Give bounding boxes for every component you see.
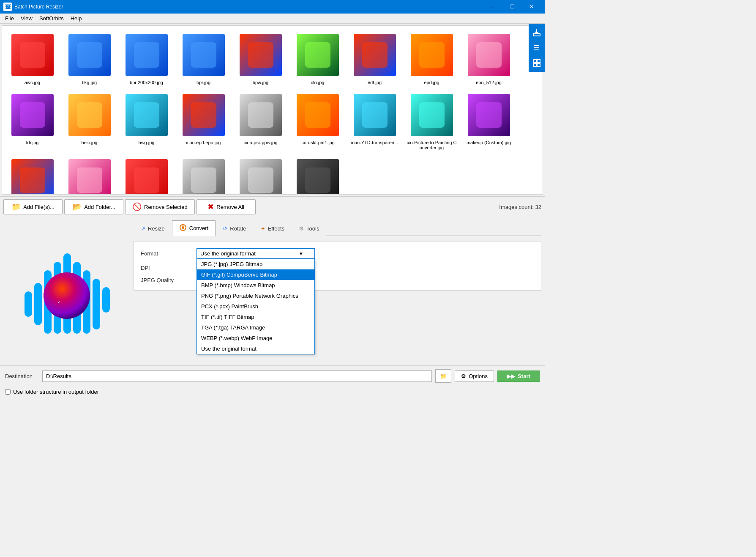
tab-convert[interactable]: Convert bbox=[172, 220, 216, 236]
format-option[interactable]: WEBP (*.webp) WebP Image bbox=[197, 333, 314, 343]
format-dropdown-trigger[interactable]: Use the original format ▾ bbox=[197, 248, 315, 259]
restore-button[interactable]: ❐ bbox=[502, 0, 522, 14]
list-item[interactable]: bpw.jpg bbox=[232, 27, 289, 88]
list-item[interactable]: makeup (Custom).jpg bbox=[460, 88, 517, 153]
list-item[interactable]: cln.jpg bbox=[289, 27, 346, 88]
list-item[interactable]: pdf.jpg bbox=[175, 153, 232, 195]
format-option[interactable]: BMP (*.bmp) Windows Bitmap bbox=[197, 280, 314, 291]
list-item[interactable]: bpr 200x200.jpg bbox=[118, 27, 175, 88]
format-option[interactable]: Use the original format bbox=[197, 343, 314, 354]
list-item[interactable]: awc.jpg bbox=[4, 27, 61, 88]
list-item[interactable]: pd.jpg bbox=[118, 153, 175, 195]
svg-rect-31 bbox=[93, 279, 100, 329]
effects-icon: ✦ bbox=[261, 225, 265, 232]
list-item[interactable]: makeup (Custom)32.jpg bbox=[4, 153, 61, 195]
svg-rect-22 bbox=[248, 167, 273, 193]
svg-rect-20 bbox=[134, 167, 159, 193]
svg-rect-42 bbox=[533, 60, 536, 63]
destination-input[interactable] bbox=[42, 370, 432, 382]
svg-rect-9 bbox=[20, 102, 45, 128]
menu-softorbits[interactable]: SoftOrbits bbox=[36, 14, 67, 22]
add-files-button[interactable]: 📁 Add File(s)... bbox=[3, 199, 63, 214]
list-item[interactable]: makeup.jpg bbox=[61, 153, 118, 195]
format-row: Format Use the original format ▾ JPG (*.… bbox=[141, 248, 534, 259]
svg-rect-1 bbox=[77, 42, 102, 68]
list-item[interactable]: ppw.jpg bbox=[289, 153, 346, 195]
add-files-label: Add File(s)... bbox=[23, 204, 55, 210]
minimize-button[interactable]: — bbox=[483, 0, 502, 14]
list-item[interactable]: icon-psr-ppw.jpg bbox=[232, 88, 289, 153]
svg-point-33 bbox=[44, 272, 90, 319]
format-option[interactable]: PNG (*.png) Portable Network Graphics bbox=[197, 291, 314, 301]
app-icon: 🖼 bbox=[3, 3, 12, 11]
list-item[interactable]: icon-epd-epu.jpg bbox=[175, 88, 232, 153]
footer-bar: Use folder structure in output folder bbox=[0, 386, 545, 398]
menu-file[interactable]: File bbox=[2, 14, 17, 22]
svg-rect-5 bbox=[305, 42, 330, 68]
tab-tools[interactable]: ⚙ Tools bbox=[292, 220, 326, 236]
list-item[interactable]: edt.jpg bbox=[346, 27, 403, 88]
remove-all-button[interactable]: ✖ Remove All bbox=[197, 199, 256, 214]
delete-icon: ✖ bbox=[207, 202, 214, 211]
options-label: Options bbox=[469, 373, 488, 379]
svg-point-36 bbox=[182, 226, 184, 229]
close-button[interactable]: ✕ bbox=[522, 0, 541, 14]
sidebar-list-icon[interactable] bbox=[529, 41, 544, 55]
image-filename: icon-skt-pnt1.jpg bbox=[300, 140, 335, 145]
image-gallery[interactable]: awc.jpgbkg.jpgbpr 200x200.jpgbpr.jpgbpw.… bbox=[2, 25, 543, 195]
format-selected-text: Use the original format bbox=[200, 250, 256, 257]
list-item[interactable]: ico-Picture to Painting Converter.jpg bbox=[403, 88, 460, 153]
svg-rect-0 bbox=[20, 42, 45, 68]
list-item[interactable]: icon-skt-pnt1.jpg bbox=[289, 88, 346, 153]
bottom-panel: ♪ ↗ Resize Convert ↺ Rotate bbox=[0, 217, 545, 365]
format-option[interactable]: TGA (*.tga) TARGA Image bbox=[197, 322, 314, 333]
list-item[interactable]: epd.jpg bbox=[403, 27, 460, 88]
svg-rect-18 bbox=[20, 167, 45, 193]
svg-rect-25 bbox=[34, 283, 42, 325]
list-item[interactable]: icon-YTD-transparen... bbox=[346, 88, 403, 153]
image-filename: ico-Picture to Painting Converter.jpg bbox=[407, 140, 457, 150]
sidebar-grid-icon[interactable] bbox=[529, 56, 544, 70]
list-item[interactable]: bkg.jpg bbox=[61, 27, 118, 88]
list-item[interactable]: epu_512.jpg bbox=[460, 27, 517, 88]
sidebar-upload-icon[interactable] bbox=[529, 25, 544, 40]
list-item[interactable]: hwg.jpg bbox=[118, 88, 175, 153]
destination-label: Destination bbox=[5, 373, 39, 379]
svg-rect-24 bbox=[25, 291, 32, 317]
list-item[interactable]: fdr.jpg bbox=[4, 88, 61, 153]
format-option[interactable]: JPG (*.jpg) JPEG Bitmap bbox=[197, 259, 314, 269]
remove-selected-button[interactable]: 🚫 Remove Selected bbox=[125, 199, 195, 214]
svg-rect-32 bbox=[102, 287, 110, 313]
format-option[interactable]: PCX (*.pcx) PaintBrush bbox=[197, 301, 314, 312]
images-count: Images count: 32 bbox=[499, 204, 541, 210]
browse-folder-button[interactable]: 📁 bbox=[435, 369, 451, 383]
image-filename: icon-epd-epu.jpg bbox=[186, 140, 221, 145]
remove-all-label: Remove All bbox=[216, 204, 244, 210]
convert-form: Format Use the original format ▾ JPG (*.… bbox=[134, 241, 541, 291]
svg-rect-4 bbox=[248, 42, 273, 68]
list-item[interactable]: ppa.jpg bbox=[232, 153, 289, 195]
image-filename: heic.jpg bbox=[82, 140, 98, 145]
format-label: Format bbox=[141, 250, 191, 257]
format-option[interactable]: TIF (*.tif) TIFF Bitmap bbox=[197, 312, 314, 322]
add-folder-button[interactable]: 📂 Add Folder... bbox=[64, 199, 123, 214]
tab-effects[interactable]: ✦ Effects bbox=[254, 220, 292, 236]
folder-open-icon: 📂 bbox=[72, 202, 82, 211]
list-item[interactable]: heic.jpg bbox=[61, 88, 118, 153]
start-button[interactable]: ▶▶ Start bbox=[497, 370, 540, 382]
folder-structure-checkbox[interactable] bbox=[5, 389, 11, 395]
tab-resize[interactable]: ↗ Resize bbox=[134, 220, 172, 236]
menu-view[interactable]: View bbox=[17, 14, 36, 22]
options-button[interactable]: ⚙ Options bbox=[455, 370, 494, 382]
menu-help[interactable]: Help bbox=[67, 14, 85, 22]
list-item[interactable]: bpr.jpg bbox=[175, 27, 232, 88]
image-filename: makeup (Custom).jpg bbox=[467, 140, 511, 145]
format-option[interactable]: GIF (*.gif) CompuServe Bitmap bbox=[197, 269, 314, 280]
image-filename: epu_512.jpg bbox=[476, 80, 502, 85]
svg-rect-6 bbox=[362, 42, 388, 68]
svg-rect-13 bbox=[248, 102, 273, 128]
tab-rotate[interactable]: ↺ Rotate bbox=[216, 220, 253, 236]
jpeg-quality-label: JPEG Quality bbox=[141, 277, 191, 283]
right-sidebar bbox=[529, 24, 545, 72]
tab-convert-label: Convert bbox=[189, 225, 209, 231]
